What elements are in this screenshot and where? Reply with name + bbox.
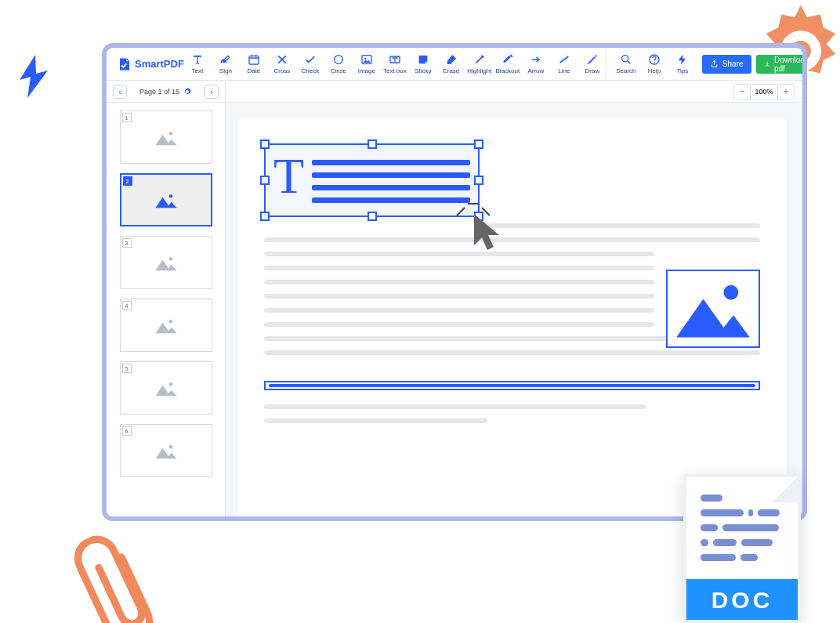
thumbnail-2[interactable]: 2 bbox=[120, 173, 212, 226]
tool-draw[interactable]: Draw bbox=[579, 49, 606, 79]
svg-point-12 bbox=[168, 382, 172, 386]
brand-icon bbox=[118, 57, 132, 71]
svg-point-5 bbox=[622, 56, 628, 62]
svg-point-9 bbox=[168, 194, 172, 198]
doc-file-decoration: DOC bbox=[683, 474, 801, 623]
thumbnail-panel: 123456 bbox=[107, 103, 226, 516]
tool-image[interactable]: Image bbox=[353, 49, 380, 79]
brand-logo: SmartPDF bbox=[107, 57, 184, 71]
photo-icon bbox=[672, 276, 754, 342]
resize-handle-n[interactable] bbox=[368, 139, 377, 149]
textbox-lines bbox=[312, 151, 470, 209]
tool-row: Text Sign Date Cross Check Circle Image … bbox=[184, 49, 606, 79]
doc-file-label: DOC bbox=[686, 579, 798, 620]
action-buttons: Share Download pdf bbox=[702, 55, 807, 74]
tool-tips[interactable]: Tips bbox=[669, 49, 696, 79]
tool-blackout[interactable]: Blackout bbox=[494, 49, 521, 79]
top-toolbar: SmartPDF Text Sign Date Cross Check Circ… bbox=[107, 48, 802, 81]
svg-point-8 bbox=[168, 132, 172, 136]
tool-date[interactable]: Date bbox=[241, 49, 267, 79]
tool-sign[interactable]: Sign bbox=[212, 49, 239, 79]
resize-handle-se[interactable] bbox=[474, 212, 483, 221]
svg-point-10 bbox=[168, 257, 172, 261]
page-label: Page 1 of 15 bbox=[139, 88, 179, 96]
page-nav: ‹ Page 1 of 15 › bbox=[107, 81, 226, 102]
lightning-decoration bbox=[17, 55, 50, 98]
share-button[interactable]: Share bbox=[702, 55, 751, 74]
selected-image[interactable] bbox=[666, 270, 760, 348]
svg-point-1 bbox=[335, 56, 343, 64]
paperclip-decoration bbox=[52, 515, 190, 623]
zoom-out-button[interactable]: − bbox=[734, 85, 750, 99]
svg-point-14 bbox=[724, 285, 739, 300]
tool-cross[interactable]: Cross bbox=[269, 49, 295, 79]
thumbnail-3[interactable]: 3 bbox=[120, 236, 212, 289]
thumbnail-5[interactable]: 5 bbox=[120, 361, 212, 415]
selected-textbox[interactable]: T bbox=[264, 143, 480, 217]
selected-line[interactable] bbox=[264, 381, 760, 390]
app-window: SmartPDF Text Sign Date Cross Check Circ… bbox=[102, 43, 807, 521]
svg-rect-0 bbox=[249, 56, 259, 64]
tool-sticky[interactable]: Sticky bbox=[410, 49, 436, 79]
svg-point-7 bbox=[654, 62, 654, 63]
tool-check[interactable]: Check bbox=[297, 49, 324, 79]
footer-text bbox=[264, 404, 760, 433]
thumbnail-6[interactable]: 6 bbox=[120, 424, 212, 477]
svg-point-13 bbox=[168, 445, 172, 449]
canvas-area: T bbox=[226, 103, 802, 516]
resize-handle-sw[interactable] bbox=[260, 212, 270, 221]
tool-circle[interactable]: Circle bbox=[325, 49, 352, 79]
brand-name: SmartPDF bbox=[135, 58, 184, 70]
tool-highlight[interactable]: Highlight bbox=[466, 49, 493, 79]
resize-handle-w[interactable] bbox=[260, 176, 270, 185]
tool-text[interactable]: Text bbox=[184, 49, 211, 79]
sub-toolbar: ‹ Page 1 of 15 › − 100% + bbox=[107, 81, 802, 103]
resize-handle-s[interactable] bbox=[368, 212, 377, 221]
resize-handle-e[interactable] bbox=[474, 176, 483, 185]
zoom-value: 100% bbox=[750, 85, 778, 99]
resize-handle-ne[interactable] bbox=[474, 139, 483, 149]
thumbnail-1[interactable]: 1 bbox=[120, 110, 212, 164]
textbox-drop-cap: T bbox=[273, 156, 304, 209]
svg-point-3 bbox=[364, 58, 366, 60]
document-page[interactable]: T bbox=[237, 118, 787, 516]
help-tools: Search Help Tips bbox=[606, 48, 702, 80]
resize-handle-nw[interactable] bbox=[260, 139, 270, 149]
tool-help[interactable]: Help bbox=[641, 49, 668, 79]
tool-arrow[interactable]: Arrow bbox=[523, 49, 549, 79]
zoom-in-button[interactable]: + bbox=[778, 85, 794, 99]
share-icon bbox=[710, 60, 719, 68]
thumbnail-4[interactable]: 4 bbox=[120, 299, 212, 352]
page-settings-icon[interactable] bbox=[183, 87, 192, 96]
zoom-control: − 100% + bbox=[733, 84, 795, 100]
download-button[interactable]: Download pdf bbox=[756, 55, 807, 74]
tool-textbox[interactable]: Text box bbox=[382, 49, 408, 79]
tool-search[interactable]: Search bbox=[613, 49, 639, 79]
next-page-button[interactable]: › bbox=[205, 85, 219, 99]
download-icon bbox=[764, 60, 770, 68]
prev-page-button[interactable]: ‹ bbox=[113, 85, 127, 99]
tool-erase[interactable]: Erase bbox=[438, 49, 465, 79]
tool-line[interactable]: Line bbox=[551, 49, 578, 79]
svg-point-11 bbox=[168, 320, 172, 324]
